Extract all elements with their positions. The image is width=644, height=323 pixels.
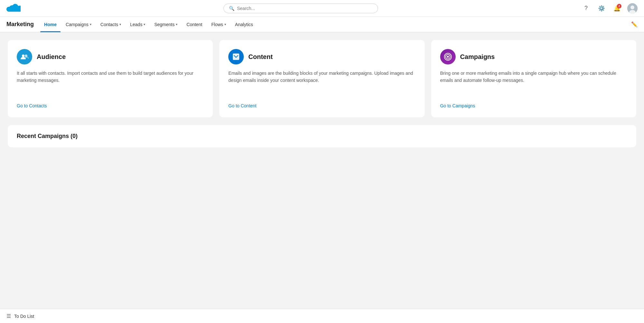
recent-campaigns-section: Recent Campaigns (0) xyxy=(8,125,636,147)
chevron-down-icon: ▾ xyxy=(119,23,121,26)
svg-point-1 xyxy=(630,5,634,9)
navbar: Marketing Home Campaigns ▾ Contacts ▾ Le… xyxy=(0,17,644,32)
help-icon: ? xyxy=(584,5,588,12)
nav-item-analytics[interactable]: Analytics xyxy=(231,17,257,32)
notifications-button[interactable]: 🔔 2 xyxy=(612,3,622,14)
todo-label[interactable]: To Do List xyxy=(14,314,34,319)
nav-campaigns-label: Campaigns xyxy=(66,22,89,27)
content-title: Content xyxy=(248,53,273,61)
campaigns-card: Campaigns Bring one or more marketing em… xyxy=(431,40,636,117)
audience-card-header: Audience xyxy=(17,49,204,64)
user-avatar[interactable] xyxy=(627,3,638,14)
chevron-down-icon: ▾ xyxy=(224,23,226,26)
nav-home-label: Home xyxy=(44,22,57,27)
salesforce-logo[interactable] xyxy=(6,3,21,14)
campaigns-desc: Bring one or more marketing emails into … xyxy=(440,70,627,97)
notification-badge: 2 xyxy=(617,4,621,8)
content-desc: Emails and images are the building block… xyxy=(228,70,415,97)
topbar-icons: ? ⚙️ 🔔 2 xyxy=(581,3,638,14)
content-icon xyxy=(228,49,244,64)
search-box[interactable]: 🔍 xyxy=(223,4,378,13)
chevron-down-icon: ▾ xyxy=(144,23,145,26)
go-to-content-link[interactable]: Go to Content xyxy=(228,103,415,108)
nav-item-flows[interactable]: Flows ▾ xyxy=(207,17,230,32)
help-button[interactable]: ? xyxy=(581,3,591,14)
nav-item-home[interactable]: Home xyxy=(40,17,61,32)
settings-button[interactable]: ⚙️ xyxy=(596,3,607,14)
campaigns-card-header: Campaigns xyxy=(440,49,627,64)
go-to-contacts-link[interactable]: Go to Contacts xyxy=(17,103,204,108)
nav-leads-label: Leads xyxy=(130,22,142,27)
nav-item-segments[interactable]: Segments ▾ xyxy=(150,17,181,32)
nav-item-leads[interactable]: Leads ▾ xyxy=(126,17,149,32)
topbar: 🔍 ? ⚙️ 🔔 2 xyxy=(0,0,644,17)
app-brand: Marketing xyxy=(6,21,34,28)
edit-button[interactable]: ✏️ xyxy=(631,21,638,27)
audience-desc: It all starts with contacts. Import cont… xyxy=(17,70,204,97)
campaigns-title: Campaigns xyxy=(460,53,495,61)
gear-icon: ⚙️ xyxy=(598,5,605,12)
bottom-bar: ☰ To Do List xyxy=(0,309,644,323)
nav-segments-label: Segments xyxy=(154,22,175,27)
campaigns-icon xyxy=(440,49,456,64)
search-input[interactable] xyxy=(237,6,373,11)
go-to-campaigns-link[interactable]: Go to Campaigns xyxy=(440,103,627,108)
chevron-down-icon: ▾ xyxy=(176,23,177,26)
svg-rect-5 xyxy=(233,54,239,60)
content-card: Content Emails and images are the buildi… xyxy=(219,40,424,117)
audience-card: Audience It all starts with contacts. Im… xyxy=(8,40,213,117)
recent-campaigns-title: Recent Campaigns (0) xyxy=(17,133,78,139)
search-container: 🔍 xyxy=(26,4,576,13)
nav-item-contacts[interactable]: Contacts ▾ xyxy=(97,17,125,32)
nav-analytics-label: Analytics xyxy=(235,22,253,27)
nav-content-label: Content xyxy=(186,22,202,27)
nav-item-campaigns[interactable]: Campaigns ▾ xyxy=(62,17,95,32)
chevron-down-icon: ▾ xyxy=(90,23,91,26)
audience-icon xyxy=(17,49,32,64)
content-card-header: Content xyxy=(228,49,415,64)
nav-contacts-label: Contacts xyxy=(100,22,118,27)
audience-title: Audience xyxy=(37,53,66,61)
search-icon: 🔍 xyxy=(229,6,234,11)
cards-row: Audience It all starts with contacts. Im… xyxy=(8,40,636,117)
svg-point-3 xyxy=(22,54,24,57)
svg-point-8 xyxy=(447,56,449,58)
edit-icon: ✏️ xyxy=(631,22,638,27)
nav-item-content[interactable]: Content xyxy=(183,17,206,32)
nav-flows-label: Flows xyxy=(211,22,223,27)
main-content: Audience It all starts with contacts. Im… xyxy=(0,32,644,309)
todo-icon: ☰ xyxy=(6,313,11,319)
